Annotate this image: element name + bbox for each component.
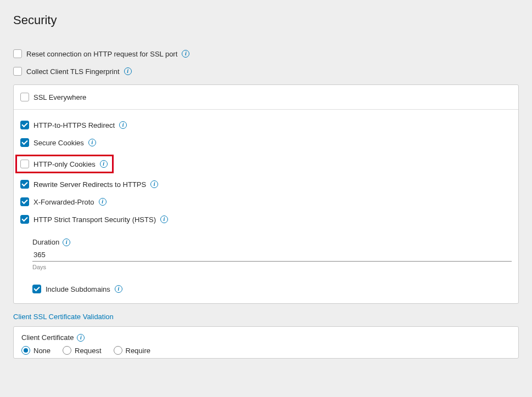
radio-request-input[interactable] <box>63 346 71 355</box>
client-certificate-panel: Client Certificate i None Request Requir… <box>13 326 519 359</box>
info-icon[interactable]: i <box>88 139 96 146</box>
info-icon[interactable]: i <box>150 180 158 188</box>
radio-require-label: Require <box>126 347 151 355</box>
collect-fingerprint-row: Collect Client TLS Fingerprint i <box>13 67 519 76</box>
info-icon[interactable]: i <box>100 160 108 168</box>
reset-connection-row: Reset connection on HTTP request for SSL… <box>13 49 519 58</box>
x-forwarded-checkbox[interactable] <box>20 197 29 206</box>
rewrite-redirects-row: Rewrite Server Redirects to HTTPS i <box>20 180 512 189</box>
http-to-https-label: HTTP-to-HTTPS Redirect <box>33 121 115 129</box>
hsts-row: HTTP Strict Transport Security (HSTS) i <box>20 215 512 224</box>
x-forwarded-label: X-Forwarded-Proto <box>33 198 94 206</box>
http-to-https-checkbox[interactable] <box>20 121 29 129</box>
http-only-cookies-label: HTTP-only Cookies <box>33 160 96 168</box>
info-icon[interactable]: i <box>119 121 127 129</box>
radio-none[interactable]: None <box>21 346 51 355</box>
radio-require[interactable]: Require <box>114 346 151 355</box>
duration-unit: Days <box>32 264 512 270</box>
info-icon[interactable]: i <box>182 50 189 58</box>
client-certificate-title: Client Certificate <box>21 333 74 342</box>
reset-connection-checkbox[interactable] <box>13 49 22 58</box>
duration-input[interactable] <box>32 248 512 262</box>
collect-fingerprint-checkbox[interactable] <box>13 67 22 76</box>
duration-label: Duration <box>32 238 59 246</box>
hsts-checkbox[interactable] <box>20 215 29 224</box>
info-icon[interactable]: i <box>160 215 168 223</box>
hsts-label: HTTP Strict Transport Security (HSTS) <box>33 215 156 224</box>
info-icon[interactable]: i <box>115 285 122 293</box>
http-only-cookies-highlight: HTTP-only Cookies i <box>15 155 114 173</box>
http-to-https-row: HTTP-to-HTTPS Redirect i <box>20 121 512 129</box>
rewrite-redirects-label: Rewrite Server Redirects to HTTPS <box>33 180 146 189</box>
rewrite-redirects-checkbox[interactable] <box>20 180 29 189</box>
include-subdomains-checkbox[interactable] <box>32 285 41 293</box>
reset-connection-label: Reset connection on HTTP request for SSL… <box>26 50 177 58</box>
http-only-cookies-checkbox[interactable] <box>20 160 29 168</box>
secure-cookies-checkbox[interactable] <box>20 138 29 147</box>
info-icon[interactable]: i <box>124 67 132 75</box>
radio-none-label: None <box>33 347 51 355</box>
info-icon[interactable]: i <box>99 198 107 206</box>
radio-require-input[interactable] <box>114 346 122 355</box>
radio-request-label: Request <box>75 347 101 355</box>
secure-cookies-label: Secure Cookies <box>33 139 84 147</box>
ssl-everywhere-panel: SSL Everywhere HTTP-to-HTTPS Redirect i … <box>13 84 519 304</box>
radio-request[interactable]: Request <box>63 346 101 355</box>
secure-cookies-row: Secure Cookies i <box>20 138 512 147</box>
include-subdomains-label: Include Subdomains <box>46 285 110 293</box>
page-title: Security <box>13 13 519 27</box>
info-icon[interactable]: i <box>77 334 85 342</box>
collect-fingerprint-label: Collect Client TLS Fingerprint <box>26 67 120 76</box>
ssl-everywhere-label: SSL Everywhere <box>33 93 86 101</box>
radio-none-input[interactable] <box>21 346 30 355</box>
info-icon[interactable]: i <box>63 239 70 246</box>
client-certificate-radio-group: None Request Require <box>21 346 511 355</box>
include-subdomains-row: Include Subdomains i <box>32 285 512 293</box>
hsts-duration-section: Duration i Days <box>32 238 512 270</box>
client-ssl-validation-heading: Client SSL Certificate Validation <box>13 313 519 321</box>
ssl-everywhere-checkbox[interactable] <box>20 93 29 101</box>
x-forwarded-row: X-Forwarded-Proto i <box>20 197 512 206</box>
